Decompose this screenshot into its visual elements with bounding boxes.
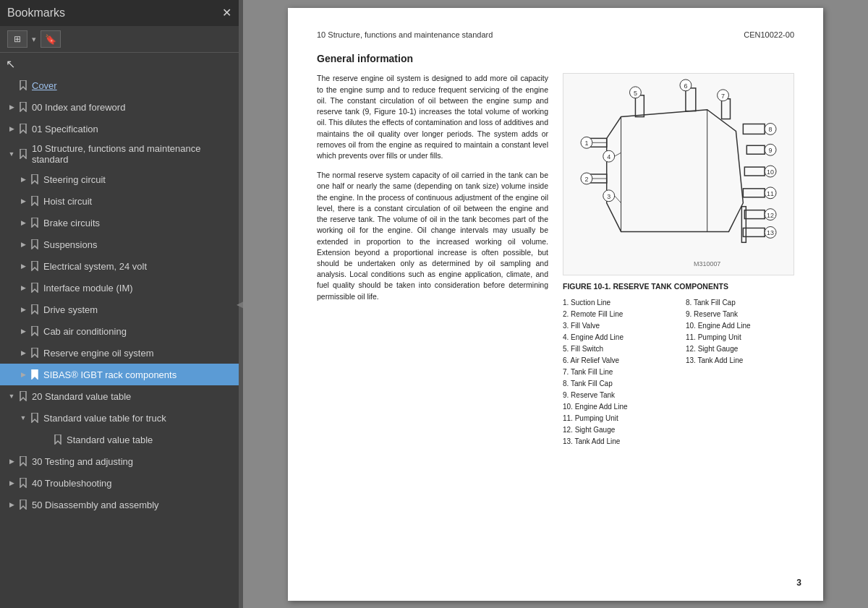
figure-image: 1 2 3 4 5 bbox=[563, 73, 794, 275]
part-right-6 bbox=[686, 367, 794, 377]
svg-text:8: 8 bbox=[769, 127, 773, 134]
doc-text-col: The reserve engine oil system is designe… bbox=[317, 73, 548, 447]
part-left-4: 5. Fill Switch bbox=[563, 344, 671, 354]
section-title: General information bbox=[317, 52, 794, 67]
tree-label-drive: Drive system bbox=[43, 304, 233, 315]
tree-item-cab-ac[interactable]: ▶Cab air conditioning bbox=[0, 320, 239, 342]
bookmark-icon-sibas bbox=[29, 369, 41, 380]
expand-icon-hoist: ▶ bbox=[17, 197, 29, 205]
grid-icon: ⊞ bbox=[14, 34, 21, 44]
bookmark-icon-brake bbox=[29, 218, 41, 228]
cursor-item: ↖ bbox=[0, 53, 239, 74]
part-left-5: 6. Air Relief Valve bbox=[563, 356, 671, 366]
expand-icon-suspensions: ▶ bbox=[17, 241, 29, 248]
tree-item-00-index[interactable]: ▶00 Index and foreword bbox=[0, 96, 239, 118]
bookmark-icon-hoist bbox=[29, 196, 41, 206]
part-right-7 bbox=[686, 379, 794, 389]
image-view-button[interactable]: 🔖 bbox=[41, 30, 61, 48]
page-number: 3 bbox=[796, 577, 801, 589]
part-right-10 bbox=[686, 414, 794, 424]
sidebar: Bookmarks ✕ ⊞ ▾ 🔖 ↖Cover▶00 Index and fo… bbox=[0, 0, 239, 608]
bookmark-icon-suspensions bbox=[29, 239, 41, 249]
sidebar-toolbar: ⊞ ▾ 🔖 bbox=[0, 26, 239, 53]
expand-icon-20-std: ▼ bbox=[6, 393, 17, 400]
main-content: 10 Structure, functions and maintenance … bbox=[243, 0, 868, 608]
svg-text:3: 3 bbox=[607, 193, 610, 200]
expand-icon-drive: ▶ bbox=[17, 306, 29, 313]
tree-item-sibas[interactable]: ▶SIBAS® IGBT rack components bbox=[0, 364, 239, 385]
tree-label-electrical: Electrical system, 24 volt bbox=[43, 261, 233, 272]
reserve-tank-diagram: 1 2 3 4 5 bbox=[563, 74, 793, 275]
tree-item-electrical[interactable]: ▶Electrical system, 24 volt bbox=[0, 255, 239, 277]
part-right-11 bbox=[686, 425, 794, 435]
grid-view-button[interactable]: ⊞ bbox=[7, 30, 27, 48]
expand-icon-10-struct: ▼ bbox=[6, 150, 17, 158]
tree-item-interface[interactable]: ▶Interface module (IM) bbox=[0, 277, 239, 299]
part-right-9 bbox=[686, 402, 794, 412]
expand-icon-steering: ▶ bbox=[17, 176, 29, 183]
tree-item-reserve-oil[interactable]: ▶Reserve engine oil system bbox=[0, 342, 239, 364]
expand-icon-brake: ▶ bbox=[17, 219, 29, 226]
tree-label-interface: Interface module (IM) bbox=[43, 283, 233, 294]
tree-item-cover[interactable]: Cover bbox=[0, 74, 239, 96]
tree-item-brake[interactable]: ▶Brake circuits bbox=[0, 212, 239, 234]
svg-text:1: 1 bbox=[584, 140, 588, 147]
sidebar-header: Bookmarks ✕ bbox=[0, 0, 239, 26]
expand-icon-40-trouble: ▶ bbox=[6, 479, 17, 487]
tree-label-01-spec: 01 Specification bbox=[32, 124, 233, 134]
document-page: 10 Structure, functions and maintenance … bbox=[288, 8, 823, 601]
tree-item-std-table[interactable]: Standard value table bbox=[0, 429, 239, 450]
part-right-8 bbox=[686, 390, 794, 401]
part-left-0: 1. Suction Line bbox=[563, 298, 671, 308]
expand-icon-cab-ac: ▶ bbox=[17, 327, 29, 335]
part-left-1: 2. Remote Fill Line bbox=[563, 309, 671, 320]
tree-label-sibas: SIBAS® IGBT rack components bbox=[43, 369, 233, 380]
tree-item-steering[interactable]: ▶Steering circuit bbox=[0, 168, 239, 190]
part-right-2: 10. Engine Add Line bbox=[686, 321, 794, 331]
expand-icon-01-spec: ▶ bbox=[6, 125, 17, 132]
tree-item-20-std[interactable]: ▼20 Standard value table bbox=[0, 385, 239, 407]
part-left-6: 7. Tank Fill Line bbox=[563, 367, 671, 377]
expand-icon-30-test: ▶ bbox=[6, 458, 17, 465]
sidebar-close-button[interactable]: ✕ bbox=[222, 7, 231, 19]
tree-item-01-spec[interactable]: ▶01 Specification bbox=[0, 118, 239, 140]
part-right-4: 12. Sight Gauge bbox=[686, 344, 794, 354]
svg-text:12: 12 bbox=[767, 212, 774, 219]
bookmark-icon-std-truck bbox=[29, 413, 41, 423]
part-left-2: 3. Fill Valve bbox=[563, 321, 671, 331]
bookmark-icon-cover bbox=[17, 80, 29, 90]
svg-text:11: 11 bbox=[767, 190, 774, 197]
doc-image-col: 1 2 3 4 5 bbox=[563, 73, 794, 447]
tree-label-10-struct: 10 Structure, functions and maintenance … bbox=[32, 143, 233, 165]
tree-item-50-disassembly[interactable]: ▶50 Disassembly and assembly bbox=[0, 494, 239, 515]
part-left-12: 13. Tank Add Line bbox=[563, 437, 671, 447]
expand-icon-sibas: ▶ bbox=[17, 371, 29, 378]
expand-icon-interface: ▶ bbox=[17, 284, 29, 291]
image-icon: 🔖 bbox=[45, 34, 56, 45]
svg-text:M310007: M310007 bbox=[694, 261, 720, 268]
part-left-3: 4. Engine Add Line bbox=[563, 333, 671, 343]
tree-label-cab-ac: Cab air conditioning bbox=[43, 326, 233, 337]
doc-header: 10 Structure, functions and maintenance … bbox=[317, 30, 794, 40]
bookmark-icon-cab-ac bbox=[29, 326, 41, 336]
tree-item-hoist[interactable]: ▶Hoist circuit bbox=[0, 190, 239, 212]
sidebar-content[interactable]: ↖Cover▶00 Index and foreword▶01 Specific… bbox=[0, 53, 239, 608]
tree-item-drive[interactable]: ▶Drive system bbox=[0, 299, 239, 320]
tree-label-30-test: 30 Testing and adjusting bbox=[32, 456, 233, 467]
bookmark-icon-10-struct bbox=[17, 149, 29, 159]
tree-label-00-index: 00 Index and foreword bbox=[32, 102, 233, 113]
tree-item-std-truck[interactable]: ▼Standard value table for truck bbox=[0, 407, 239, 429]
tree-item-suspensions[interactable]: ▶Suspensions bbox=[0, 234, 239, 255]
bookmark-icon-steering bbox=[29, 174, 41, 184]
tree-item-40-trouble[interactable]: ▶40 Troubleshooting bbox=[0, 472, 239, 494]
expand-icon-reserve-oil: ▶ bbox=[17, 349, 29, 356]
tree-item-10-struct[interactable]: ▼10 Structure, functions and maintenance… bbox=[0, 140, 239, 168]
tree-label-reserve-oil: Reserve engine oil system bbox=[43, 348, 233, 359]
svg-text:4: 4 bbox=[607, 154, 610, 161]
bookmark-icon-40-trouble bbox=[17, 478, 29, 488]
page-container[interactable]: 10 Structure, functions and maintenance … bbox=[243, 0, 868, 608]
expand-icon-50-disassembly: ▶ bbox=[6, 501, 17, 508]
tree-item-30-test[interactable]: ▶30 Testing and adjusting bbox=[0, 450, 239, 472]
part-right-0: 8. Tank Fill Cap bbox=[686, 298, 794, 308]
part-left-8: 9. Reserve Tank bbox=[563, 390, 671, 401]
